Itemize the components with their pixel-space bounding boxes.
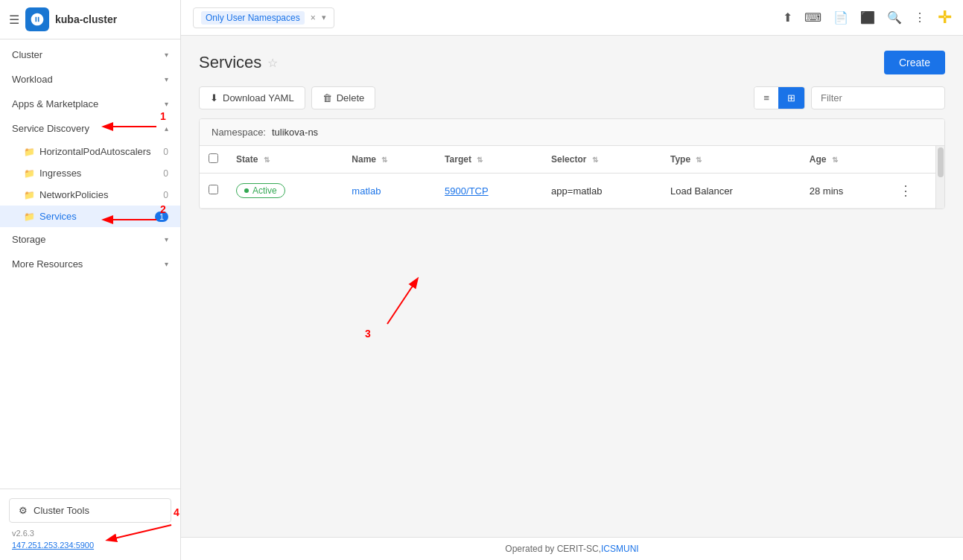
header-target: Target ⇅ (436, 146, 542, 174)
service-name-link[interactable]: matlab (352, 185, 381, 197)
name-header-label: Name (352, 154, 376, 165)
sidebar-item-hpa[interactable]: 📁 HorizontalPodAutoscalers 0 (0, 141, 180, 162)
cluster-nav-label: Cluster (12, 49, 42, 60)
age-sort-icon[interactable]: ⇅ (832, 156, 838, 164)
sidebar-item-more-resources[interactable]: More Resources ▾ (0, 252, 180, 276)
row-age: 28 mins (801, 174, 890, 209)
download-icon[interactable]: ⬛ (860, 10, 875, 25)
page-title: Services (199, 53, 261, 72)
workload-nav-label: Workload (12, 74, 53, 85)
terminal-icon[interactable]: ⌨ (804, 10, 821, 25)
apps-nav-label: Apps & Marketplace (12, 98, 98, 109)
sidebar-item-network-policies[interactable]: 📁 NetworkPolicies 0 (0, 184, 180, 206)
topbar: Only User Namespaces × ▾ ⬆ ⌨ 📄 ⬛ 🔍 ⋮ ✛ (181, 0, 963, 36)
storage-nav-label: Storage (12, 234, 46, 245)
namespace-filter-chevron-icon[interactable]: ▾ (322, 13, 326, 22)
type-sort-icon[interactable]: ⇅ (696, 156, 702, 164)
folder-icon-network-policies: 📁 (24, 190, 35, 200)
type-header-label: Type (670, 154, 690, 165)
sidebar-item-services[interactable]: 📁 Services 1 (0, 206, 180, 227)
network-policies-label: NetworkPolicies (39, 189, 108, 200)
sidebar-item-workload[interactable]: Workload ▾ (0, 67, 180, 92)
service-discovery-nav-label: Service Discovery (12, 123, 89, 134)
header-name: Name ⇅ (343, 146, 436, 174)
upload-icon[interactable]: ⬆ (783, 10, 792, 25)
namespace-filter[interactable]: Only User Namespaces × ▾ (193, 7, 334, 28)
row-actions-menu[interactable]: ⋮ (899, 183, 912, 198)
file-icon[interactable]: 📄 (833, 10, 848, 25)
scrollbar-thumb (938, 147, 944, 177)
search-icon[interactable]: 🔍 (887, 10, 902, 25)
toolbar: ⬇ Download YAML 🗑 Delete ≡ ⊞ (199, 86, 945, 109)
folder-icon-services: 📁 (24, 211, 35, 222)
status-label: Active (252, 185, 277, 196)
target-header-label: Target (445, 154, 471, 165)
sidebar-item-service-discovery[interactable]: Service Discovery ▴ (0, 116, 180, 141)
select-all-checkbox[interactable] (209, 153, 218, 163)
cluster-name-label: kuba-cluster (55, 13, 117, 25)
ip-address[interactable]: 147.251.253.234:5900 (9, 539, 171, 551)
cluster-tools-label: Cluster Tools (34, 505, 89, 516)
services-count: 1 (155, 211, 168, 222)
hamburger-icon[interactable]: ☰ (9, 13, 19, 27)
ingresses-count: 0 (163, 168, 168, 179)
namespace-header: Namespace: tulikova-ns (200, 119, 944, 146)
folder-icon-hpa: 📁 (24, 147, 35, 157)
grid-view-button[interactable]: ⊞ (778, 87, 804, 109)
scrollbar[interactable] (935, 146, 944, 209)
sidebar-footer: ⚙ Cluster Tools v2.6.3 147.251.253.234:5… (0, 489, 180, 560)
apps-chevron-icon: ▾ (165, 100, 168, 108)
create-button[interactable]: Create (884, 51, 945, 74)
download-yaml-button[interactable]: ⬇ Download YAML (199, 86, 305, 109)
list-view-button[interactable]: ≡ (754, 87, 778, 109)
status-badge: Active (236, 183, 285, 198)
footer-link-muni[interactable]: MUNI (616, 544, 639, 554)
favorite-star-icon[interactable]: ☆ (267, 56, 278, 70)
more-icon[interactable]: ⋮ (914, 10, 926, 25)
view-toggle: ≡ ⊞ (754, 86, 805, 109)
add-icon[interactable]: ✛ (938, 8, 951, 28)
storage-chevron-icon: ▾ (165, 235, 168, 244)
target-link[interactable]: 5900/TCP (445, 185, 489, 197)
sidebar-header: ☰ kuba-cluster (0, 0, 180, 39)
hpa-count: 0 (163, 147, 168, 157)
selector-sort-icon[interactable]: ⇅ (592, 156, 598, 164)
rancher-logo-icon (30, 12, 45, 27)
more-resources-nav-label: More Resources (12, 258, 83, 270)
cluster-chevron-icon: ▾ (165, 51, 168, 59)
header-checkbox-cell (200, 146, 227, 174)
row-target: 5900/TCP (436, 174, 542, 209)
row-selector: app=matlab (542, 174, 661, 209)
page-footer: Operated by CERIT-SC, ICS MUNI (181, 537, 963, 560)
table-container: Namespace: tulikova-ns State ⇅ (199, 118, 945, 209)
target-sort-icon[interactable]: ⇅ (477, 156, 483, 164)
row-name: matlab (343, 174, 436, 209)
sidebar-item-ingresses[interactable]: 📁 Ingresses 0 (0, 162, 180, 184)
filter-input[interactable] (811, 86, 945, 109)
header-type: Type ⇅ (661, 146, 801, 174)
download-yaml-icon: ⬇ (210, 92, 218, 104)
table-scroll-wrapper: State ⇅ Name ⇅ Target ⇅ (200, 146, 944, 209)
footer-link-ics[interactable]: ICS (601, 544, 616, 554)
state-sort-icon[interactable]: ⇅ (264, 156, 270, 164)
header-age: Age ⇅ (801, 146, 890, 174)
age-header-label: Age (810, 154, 827, 165)
namespace-filter-close-icon[interactable]: × (311, 13, 316, 23)
page-header: Services ☆ Create (199, 51, 945, 74)
more-resources-chevron-icon: ▾ (165, 260, 168, 268)
row-checkbox[interactable] (209, 185, 218, 194)
sidebar-item-apps[interactable]: Apps & Marketplace ▾ (0, 92, 180, 116)
sidebar-item-storage[interactable]: Storage ▾ (0, 227, 180, 252)
name-sort-icon[interactable]: ⇅ (381, 156, 387, 164)
namespace-value: tulikova-ns (272, 127, 318, 138)
delete-button[interactable]: 🗑 Delete (311, 86, 376, 109)
state-header-label: State (236, 154, 258, 165)
status-dot-icon (244, 188, 249, 193)
page-title-row: Services ☆ (199, 53, 278, 72)
cluster-tools-button[interactable]: ⚙ Cluster Tools (9, 498, 171, 523)
workload-chevron-icon: ▾ (165, 75, 168, 83)
sidebar-item-cluster[interactable]: Cluster ▾ (0, 42, 180, 67)
row-checkbox-cell (200, 174, 227, 209)
sidebar-nav: Cluster ▾ Workload ▾ Apps & Marketplace … (0, 39, 180, 489)
table-header: State ⇅ Name ⇅ Target ⇅ (200, 146, 944, 174)
